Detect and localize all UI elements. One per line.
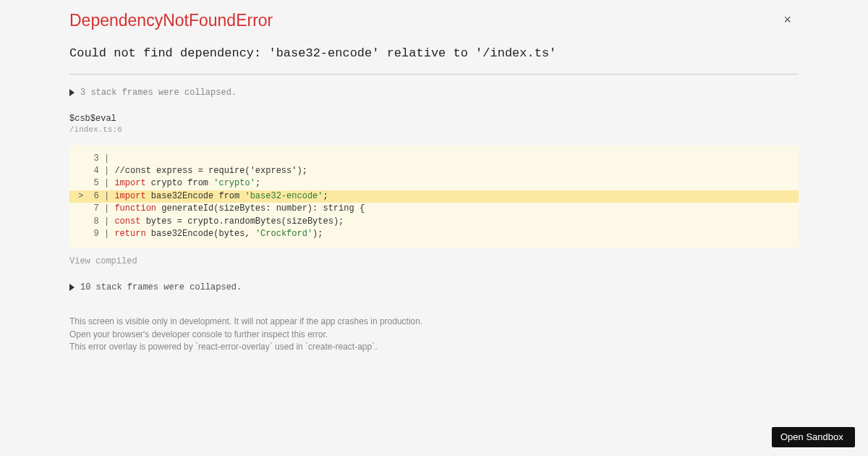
code-line: 9 | return base32Encode(bytes, 'Crockfor…	[69, 228, 799, 240]
close-button[interactable]: ×	[783, 13, 791, 26]
footer-line-2: Open your browser's developer console to…	[69, 329, 799, 341]
collapsed-frames-text-1: 3 stack frames were collapsed.	[80, 88, 237, 98]
footer-line-1: This screen is visible only in developme…	[69, 316, 799, 328]
collapsed-frames-text-2: 10 stack frames were collapsed.	[80, 282, 242, 292]
error-title: DependencyNotFoundError	[69, 10, 799, 32]
code-line: > 6 | import base32Encode from 'base32-e…	[69, 190, 799, 203]
error-message: Could not find dependency: 'base32-encod…	[69, 45, 799, 62]
collapsed-frames-toggle-1[interactable]: 3 stack frames were collapsed.	[69, 88, 799, 98]
stack-frame-name: $csb$eval	[69, 114, 799, 124]
expand-triangle-icon	[69, 89, 75, 96]
code-line: 8 | const bytes = crypto.randomBytes(siz…	[69, 216, 799, 228]
code-line: 4 | //const express = require('express')…	[69, 165, 799, 177]
view-compiled-link[interactable]: View compiled	[69, 256, 137, 266]
code-line: 7 | function generateId(sizeBytes: numbe…	[69, 203, 799, 215]
open-sandbox-button[interactable]: Open Sandbox	[772, 427, 855, 447]
expand-triangle-icon	[69, 284, 75, 291]
code-line: 3 |	[69, 153, 799, 165]
stack-frame-location: /index.ts:6	[69, 125, 799, 134]
code-snippet: 3 | 4 | //const express = require('expre…	[69, 145, 799, 248]
collapsed-frames-toggle-2[interactable]: 10 stack frames were collapsed.	[69, 282, 799, 292]
divider	[69, 74, 799, 75]
footer-note: This screen is visible only in developme…	[69, 316, 799, 353]
footer-line-3: This error overlay is powered by `react-…	[69, 341, 799, 353]
code-line: 5 | import crypto from 'crypto';	[69, 177, 799, 190]
